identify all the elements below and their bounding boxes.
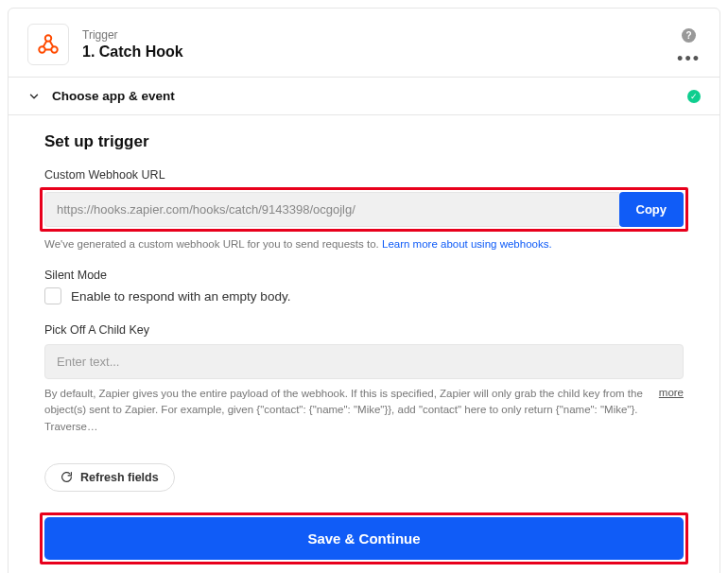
check-complete-icon: ✓ [687, 90, 701, 103]
webhook-url-display[interactable]: https://hooks.zapier.com/hooks/catch/914… [44, 192, 619, 227]
setup-trigger-content: Set up trigger Custom Webhook URL https:… [9, 115, 719, 573]
webhook-url-highlight: https://hooks.zapier.com/hooks/catch/914… [40, 187, 688, 232]
chevron-down-icon [27, 90, 41, 103]
header-subtitle: Trigger [82, 28, 677, 42]
copy-button[interactable]: Copy [619, 192, 685, 227]
content-title: Set up trigger [44, 132, 684, 151]
child-key-label: Pick Off A Child Key [44, 323, 684, 337]
child-key-input[interactable] [44, 344, 684, 379]
webhook-helper-text: We've generated a custom webhook URL for… [44, 238, 684, 250]
trigger-panel: Trigger 1. Catch Hook ? ••• Choose app &… [8, 8, 720, 573]
trigger-header: Trigger 1. Catch Hook ? ••• [9, 9, 719, 77]
learn-more-link[interactable]: Learn more about using webhooks. [382, 238, 552, 250]
more-link[interactable]: more [659, 387, 684, 398]
refresh-icon [61, 471, 73, 483]
webhook-url-label: Custom Webhook URL [44, 168, 684, 182]
svg-point-1 [51, 46, 58, 52]
help-icon[interactable]: ? [682, 28, 696, 43]
header-title: 1. Catch Hook [82, 43, 677, 61]
svg-point-2 [45, 35, 52, 42]
save-continue-button[interactable]: Save & Continue [44, 517, 684, 560]
child-key-helper: By default, Zapier gives you the entire … [44, 386, 650, 435]
section-title: Choose app & event [52, 89, 687, 103]
choose-app-event-section[interactable]: Choose app & event ✓ [9, 78, 719, 114]
header-text: Trigger 1. Catch Hook [82, 28, 677, 61]
save-continue-highlight: Save & Continue [40, 512, 688, 564]
more-menu-icon[interactable]: ••• [677, 56, 701, 61]
silent-mode-label: Silent Mode [44, 269, 684, 282]
webhook-app-icon [27, 24, 69, 65]
refresh-fields-button[interactable]: Refresh fields [44, 463, 175, 492]
svg-point-0 [39, 46, 45, 52]
silent-mode-checkbox[interactable] [44, 287, 61, 304]
silent-mode-checkbox-label: Enable to respond with an empty body. [71, 289, 290, 304]
